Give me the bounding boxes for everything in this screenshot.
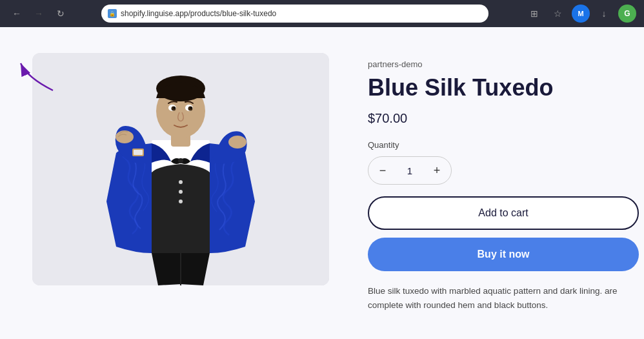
page-content: partners-demo Blue Silk Tuxedo $70.00 Qu… bbox=[0, 27, 644, 339]
browser-actions: ⊞ ☆ M ↓ G bbox=[525, 5, 636, 23]
grammarly-button[interactable]: G bbox=[618, 5, 636, 23]
svg-point-14 bbox=[174, 107, 176, 109]
svg-point-5 bbox=[179, 200, 183, 203]
quantity-increase-button[interactable]: + bbox=[423, 156, 451, 185]
svg-point-4 bbox=[179, 190, 183, 194]
url-text: shopify.linguise.app/products/blue-silk-… bbox=[121, 9, 482, 18]
product-title: Blue Silk Tuxedo bbox=[368, 74, 639, 101]
svg-point-6 bbox=[178, 158, 183, 163]
annotation-arrow bbox=[14, 58, 59, 96]
svg-point-17 bbox=[228, 136, 247, 149]
svg-point-3 bbox=[179, 180, 183, 184]
quantity-decrease-button[interactable]: − bbox=[368, 156, 397, 185]
quantity-label: Quantity bbox=[368, 140, 639, 150]
product-description: Blue silk tuxedo with marbled aquatic pa… bbox=[368, 284, 639, 312]
svg-rect-19 bbox=[134, 150, 143, 155]
nav-buttons: ← → ↻ bbox=[8, 5, 70, 23]
product-brand: partners-demo bbox=[368, 59, 639, 69]
forward-button[interactable]: → bbox=[30, 5, 48, 23]
product-details: partners-demo Blue Silk Tuxedo $70.00 Qu… bbox=[368, 53, 639, 313]
site-security-icon: 🔒 bbox=[108, 9, 117, 18]
address-bar[interactable]: 🔒 shopify.linguise.app/products/blue-sil… bbox=[101, 5, 488, 23]
quantity-value: 1 bbox=[397, 165, 423, 176]
buy-now-button[interactable]: Buy it now bbox=[368, 238, 639, 271]
quantity-control: − 1 + bbox=[368, 156, 452, 185]
product-image bbox=[32, 53, 329, 285]
browser-chrome: ← → ↻ 🔒 shopify.linguise.app/products/bl… bbox=[0, 0, 644, 27]
svg-point-15 bbox=[190, 107, 192, 109]
product-price: $70.00 bbox=[368, 111, 639, 126]
refresh-button[interactable]: ↻ bbox=[52, 5, 70, 23]
download-button[interactable]: ↓ bbox=[595, 5, 613, 23]
translate-button[interactable]: ⊞ bbox=[525, 5, 543, 23]
microsoft-button[interactable]: M bbox=[572, 5, 590, 23]
back-button[interactable]: ← bbox=[8, 5, 26, 23]
add-to-cart-button[interactable]: Add to cart bbox=[368, 196, 639, 230]
bookmark-button[interactable]: ☆ bbox=[548, 5, 567, 23]
